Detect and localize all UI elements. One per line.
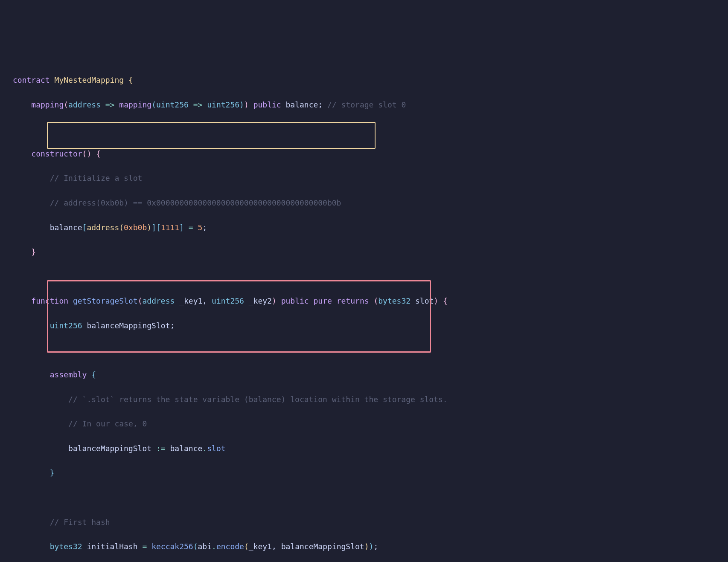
identifier: balanceMappingSlot bbox=[87, 321, 170, 330]
operator: = bbox=[184, 223, 198, 232]
code-line: // Initialize a slot bbox=[13, 172, 715, 185]
parameter: _key1 bbox=[179, 296, 202, 305]
code-line: } bbox=[13, 246, 715, 258]
comment: // storage slot 0 bbox=[327, 100, 406, 109]
paren: ) bbox=[244, 100, 249, 109]
bracket: ] bbox=[179, 223, 184, 232]
parens: () bbox=[82, 149, 92, 158]
keyword-public: public bbox=[253, 100, 281, 109]
brace: } bbox=[50, 468, 55, 477]
highlight-box-red bbox=[47, 280, 431, 353]
paren: ( bbox=[373, 296, 378, 305]
identifier: initialHash bbox=[87, 542, 137, 551]
identifier: balance bbox=[286, 100, 318, 109]
type-uint: uint256 bbox=[207, 100, 239, 109]
code-line: function getStorageSlot(address _key1, u… bbox=[13, 295, 715, 307]
code-line: assembly { bbox=[13, 369, 715, 381]
brace: { bbox=[443, 296, 448, 305]
keyword-pure: pure bbox=[314, 296, 332, 305]
code-line: contract MyNestedMapping { bbox=[13, 74, 715, 87]
comment: // First hash bbox=[50, 518, 110, 527]
code-line: bytes32 initialHash = keccak256(abi.enco… bbox=[13, 541, 715, 553]
paren: ( bbox=[138, 296, 143, 305]
code-line: constructor() { bbox=[13, 148, 715, 160]
comma: , bbox=[202, 296, 207, 305]
comma: , bbox=[272, 542, 277, 551]
identifier: balance bbox=[50, 223, 82, 232]
keyword-returns: returns bbox=[337, 296, 369, 305]
type-address: address bbox=[142, 296, 175, 305]
arrow: => bbox=[105, 100, 115, 109]
code-line-blank bbox=[13, 345, 715, 357]
contract-name: MyNestedMapping bbox=[55, 75, 124, 84]
identifier: abi bbox=[198, 542, 212, 551]
type-uint: uint256 bbox=[50, 321, 82, 330]
paren: ( bbox=[193, 542, 198, 551]
code-line: // In our case, 0 bbox=[13, 418, 715, 430]
bracket: [ bbox=[82, 223, 87, 232]
brace: { bbox=[91, 370, 96, 379]
code-line: // `.slot` returns the state variable (b… bbox=[13, 394, 715, 406]
identifier: balanceMappingSlot bbox=[68, 444, 151, 453]
type-bytes32: bytes32 bbox=[378, 296, 411, 305]
keyword-assembly: assembly bbox=[50, 370, 87, 379]
dot: . bbox=[202, 444, 207, 453]
paren: ) bbox=[369, 542, 374, 551]
keyword-mapping: mapping bbox=[31, 100, 64, 109]
brace: { bbox=[128, 75, 133, 84]
code-editor[interactable]: contract MyNestedMapping { mapping(addre… bbox=[13, 62, 715, 562]
code-line: balance[address(0xb0b)][1111] = 5; bbox=[13, 222, 715, 234]
comment: // In our case, 0 bbox=[68, 419, 147, 428]
paren: ) bbox=[147, 223, 151, 232]
operator: = bbox=[138, 542, 152, 551]
function-name: getStorageSlot bbox=[73, 296, 138, 305]
argument: balanceMappingSlot bbox=[281, 542, 364, 551]
paren: ( bbox=[119, 223, 124, 232]
bracket: ] bbox=[151, 223, 156, 232]
code-line-blank bbox=[13, 492, 715, 504]
code-line: mapping(address => mapping(uint256 => ui… bbox=[13, 99, 715, 111]
hex-literal: 0xb0b bbox=[124, 223, 147, 232]
identifier: balance bbox=[170, 444, 203, 453]
semicolon: ; bbox=[202, 223, 207, 232]
number-literal: 1111 bbox=[161, 223, 179, 232]
paren: ( bbox=[151, 100, 156, 109]
property: slot bbox=[207, 444, 225, 453]
keyword-constructor: constructor bbox=[31, 149, 82, 158]
keyword-public: public bbox=[281, 296, 309, 305]
code-line-blank bbox=[13, 271, 715, 283]
builtin-address: address bbox=[87, 223, 119, 232]
type-uint: uint256 bbox=[156, 100, 189, 109]
paren: ( bbox=[64, 100, 68, 109]
keyword-function: function bbox=[31, 296, 68, 305]
bracket: [ bbox=[156, 223, 161, 232]
arrow: => bbox=[193, 100, 203, 109]
comment: // Initialize a slot bbox=[50, 174, 143, 183]
type-bytes32: bytes32 bbox=[50, 542, 82, 551]
operator: := bbox=[156, 444, 166, 453]
code-line: balanceMappingSlot := balance.slot bbox=[13, 443, 715, 455]
comment: // address(0xb0b) == 0x00000000000000000… bbox=[50, 198, 341, 207]
code-line: uint256 balanceMappingSlot; bbox=[13, 320, 715, 332]
parameter: _key2 bbox=[249, 296, 272, 305]
comment: // `.slot` returns the state variable (b… bbox=[68, 395, 448, 404]
code-line: } bbox=[13, 467, 715, 479]
function-call: keccak256 bbox=[151, 542, 193, 551]
brace: } bbox=[31, 247, 36, 256]
code-line-blank bbox=[13, 123, 715, 136]
paren: ) bbox=[364, 542, 369, 551]
argument: _key1 bbox=[249, 542, 272, 551]
keyword-mapping: mapping bbox=[119, 100, 151, 109]
paren: ) bbox=[434, 296, 438, 305]
dot: . bbox=[212, 542, 216, 551]
type-uint: uint256 bbox=[212, 296, 244, 305]
number-literal: 5 bbox=[198, 223, 203, 232]
semicolon: ; bbox=[170, 321, 175, 330]
paren: ( bbox=[244, 542, 249, 551]
code-line: // address(0xb0b) == 0x00000000000000000… bbox=[13, 197, 715, 209]
code-line: // First hash bbox=[13, 516, 715, 529]
keyword-contract: contract bbox=[13, 75, 50, 84]
paren: ) bbox=[239, 100, 244, 109]
paren: ) bbox=[272, 296, 277, 305]
brace: { bbox=[96, 149, 101, 158]
